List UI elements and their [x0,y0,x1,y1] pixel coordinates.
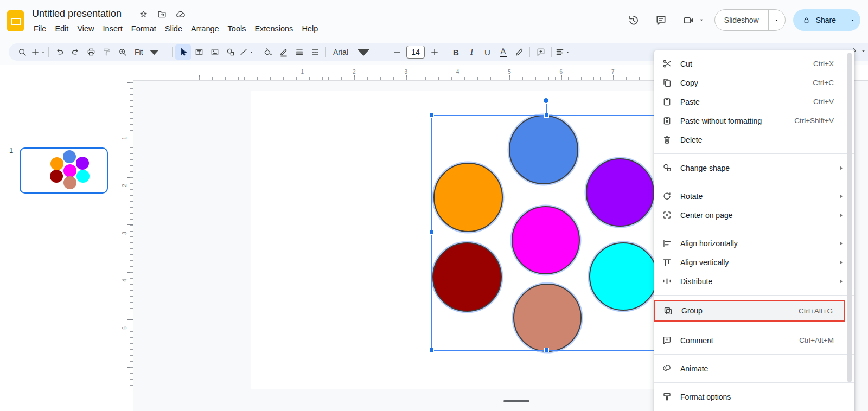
comment-history-icon[interactable] [655,14,667,27]
toolbar-divider [48,47,49,57]
insert-line-icon [239,47,248,57]
underline-button[interactable]: U [480,44,495,60]
speaker-notes-resize-handle[interactable] [503,400,529,402]
menu-format[interactable]: Format [127,23,160,34]
menu-item-label: Copy [680,79,813,87]
fill-color-button[interactable] [260,44,276,60]
select-tool-button[interactable] [175,44,191,60]
redo-button[interactable] [67,44,83,60]
zoom-select-button[interactable]: Fit [130,44,169,60]
insert-shape-button[interactable] [222,44,238,60]
plus-icon [30,47,40,57]
star-icon[interactable] [138,9,149,20]
menu-extensions[interactable]: Extensions [251,23,297,34]
menu-slide[interactable]: Slide [161,23,186,34]
text-box-button[interactable] [191,44,207,60]
zoom-button[interactable] [114,44,130,60]
cloud-status-icon[interactable] [175,9,186,20]
circle-cyan[interactable] [589,242,658,311]
slideshow-dropdown[interactable] [769,17,785,23]
text-box-icon [194,47,204,57]
context-menu-item-distribute[interactable]: Distribute [654,272,854,291]
circle-orange[interactable] [433,163,503,232]
circle-salmon[interactable] [513,284,582,352]
circle-dark-red[interactable] [432,242,502,312]
insert-button[interactable] [30,44,46,60]
menu-view[interactable]: View [73,23,98,34]
group-icon [663,306,673,316]
menu-tools[interactable]: Tools [224,23,250,34]
slideshow-button[interactable]: Slideshow [714,9,786,31]
resize-handle-mid-left[interactable] [429,230,434,235]
decrease-font-size-button[interactable] [389,44,405,60]
menu-separator [654,326,854,326]
paint-format-icon [102,47,112,57]
share-button[interactable]: Share [793,9,860,31]
context-menu-item-center-on-page[interactable]: Center on page [654,206,854,224]
menu-bar: FileEditViewInsertFormatSlideArrangeTool… [29,23,322,34]
format-options-icon [662,391,672,402]
border-dash-button[interactable] [307,44,323,60]
menu-arrange[interactable]: Arrange [187,23,223,34]
border-color-button[interactable] [276,44,291,60]
align-v-icon [662,257,672,267]
menu-item-label: Distribute [680,277,840,286]
insert-comment-button[interactable] [533,44,548,60]
resize-handle-top-left[interactable] [429,113,434,118]
vruler-label: 4 [122,279,127,282]
hruler-label: 3 [404,69,407,75]
toolbar-overflow-caret-icon[interactable] [860,48,866,54]
context-menu-item-comment[interactable]: CommentCtrl+Alt+M [654,331,854,350]
hruler-label: 1 [301,69,304,75]
border-weight-button[interactable] [291,44,307,60]
circle-magenta[interactable] [512,206,580,274]
bold-button[interactable]: B [448,44,464,60]
circle-purple[interactable] [586,158,654,227]
print-button[interactable] [83,44,99,60]
resize-handle-bottom-left[interactable] [429,348,434,352]
menu-item-label: Align horizontally [680,239,840,248]
undo-button[interactable] [52,44,67,60]
align-button[interactable] [554,44,570,60]
context-menu-item-delete[interactable]: Delete [654,130,854,149]
meet-icon[interactable] [682,14,695,27]
resize-handle-bottom-center[interactable] [544,348,549,352]
context-menu-item-rotate[interactable]: Rotate [654,187,854,206]
context-menu-item-paste-without-formatting[interactable]: Paste without formattingCtrl+Shift+V [654,111,854,130]
font-size-button[interactable]: 14 [406,46,425,59]
font-family-select-button[interactable]: Arial [329,44,383,60]
meet-caret-icon[interactable] [698,17,705,23]
search-the-menus-button[interactable] [14,44,30,60]
context-menu-item-group[interactable]: GroupCtrl+Alt+G [654,300,845,322]
insert-image-button[interactable] [207,44,222,60]
version-history-icon[interactable] [627,14,640,27]
menu-insert[interactable]: Insert [99,23,126,34]
italic-button[interactable]: I [464,44,480,60]
menu-help[interactable]: Help [298,23,322,34]
increase-font-size-button[interactable] [426,44,442,60]
slide-thumbnail[interactable] [20,147,108,194]
share-dropdown[interactable] [844,17,860,23]
text-color-button[interactable]: A [495,44,511,60]
context-menu-item-paste[interactable]: PasteCtrl+V [654,92,854,111]
context-menu-item-align-horizontally[interactable]: Align horizontally [654,234,854,253]
context-menu-item-copy[interactable]: CopyCtrl+C [654,73,854,92]
document-title[interactable]: Untitled presentation [32,8,122,20]
circle-blue[interactable] [509,115,578,184]
context-menu-item-change-shape[interactable]: Change shape [654,158,854,177]
highlight-color-button[interactable] [511,44,527,60]
insert-line-button[interactable] [238,44,254,60]
submenu-arrow-icon [840,166,843,170]
context-menu-item-animate[interactable]: Animate [654,359,854,378]
move-folder-icon[interactable] [157,9,167,20]
rotate-handle[interactable] [544,98,548,103]
toolbar-divider [326,47,326,57]
context-menu-item-align-vertically[interactable]: Align vertically [654,253,854,272]
resize-handle-top-center[interactable] [544,113,549,118]
context-menu-scrollbar[interactable] [847,53,852,382]
slides-logo-icon[interactable] [7,10,24,31]
context-menu-item-cut[interactable]: CutCtrl+X [654,54,854,73]
menu-edit[interactable]: Edit [51,23,72,34]
context-menu-item-format-options[interactable]: Format options [654,387,854,406]
menu-file[interactable]: File [30,23,50,34]
